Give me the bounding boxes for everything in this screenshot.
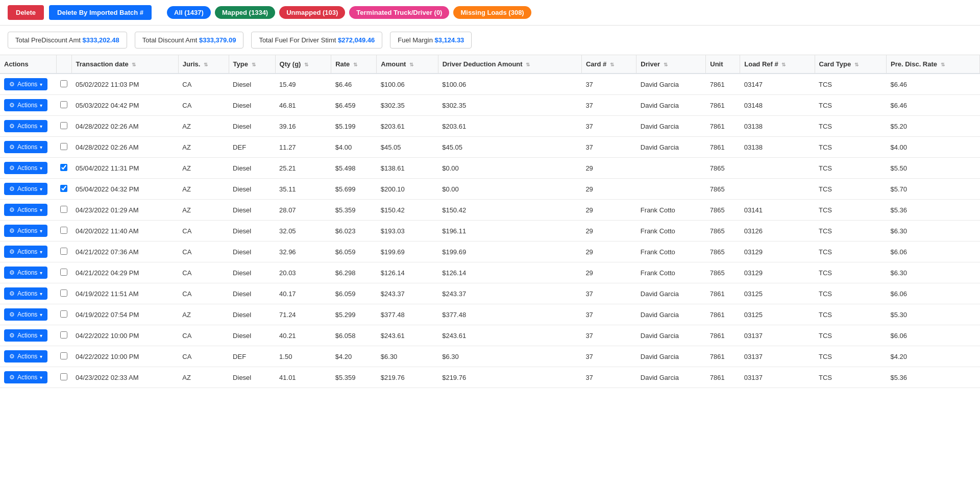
filter-pill-missing[interactable]: Missing Loads (308) [453, 6, 531, 19]
cell-card_type: TCS [815, 367, 886, 388]
cell-pre_disc: $6.06 [886, 283, 979, 304]
row-checkbox[interactable] [60, 227, 67, 234]
cell-unit: 7861 [706, 116, 740, 137]
delete-by-batch-button[interactable]: Delete By Imported Batch # [49, 5, 152, 20]
chevron-down-icon: ▾ [40, 228, 42, 234]
chevron-down-icon: ▾ [40, 82, 42, 87]
cell-pre_disc: $4.20 [886, 346, 979, 367]
actions-cell: ⚙ Actions ▾ [0, 325, 56, 346]
cell-load_ref: 03138 [740, 116, 815, 137]
actions-button[interactable]: ⚙ Actions ▾ [4, 225, 47, 237]
cell-unit: 7861 [706, 137, 740, 158]
actions-button[interactable]: ⚙ Actions ▾ [4, 120, 47, 132]
actions-button[interactable]: ⚙ Actions ▾ [4, 99, 47, 111]
actions-button[interactable]: ⚙ Actions ▾ [4, 141, 47, 153]
delete-button[interactable]: Delete [8, 5, 44, 20]
col-header-rate[interactable]: Rate ⇅ [331, 55, 377, 74]
cell-rate: $5.699 [331, 179, 377, 200]
col-header-driver_ded[interactable]: Driver Deduction Amount ⇅ [438, 55, 581, 74]
cell-driver: David Garcia [636, 95, 706, 116]
col-header-load_ref[interactable]: Load Ref # ⇅ [740, 55, 815, 74]
cell-rate: $6.023 [331, 221, 377, 242]
cell-driver_ded: $302.35 [438, 95, 581, 116]
row-checkbox[interactable] [60, 122, 67, 129]
row-checkbox[interactable] [60, 289, 67, 297]
actions-button[interactable]: ⚙ Actions ▾ [4, 204, 47, 216]
cell-card_type: TCS [815, 221, 886, 242]
cell-rate: $6.058 [331, 325, 377, 346]
cell-card: 29 [581, 242, 636, 262]
actions-cell: ⚙ Actions ▾ [0, 158, 56, 179]
actions-button[interactable]: ⚙ Actions ▾ [4, 162, 47, 174]
row-checkbox[interactable] [60, 164, 67, 171]
cell-date: 05/02/2022 11:03 PM [71, 74, 178, 95]
row-checkbox[interactable] [60, 269, 67, 276]
col-header-qty[interactable]: Qty (g) ⇅ [275, 55, 331, 74]
col-header-date[interactable]: Transaction date ⇅ [71, 55, 178, 74]
actions-button[interactable]: ⚙ Actions ▾ [4, 329, 47, 342]
filter-pill-mapped[interactable]: Mapped (1334) [215, 6, 275, 19]
cell-load_ref [740, 158, 815, 179]
cell-amount: $6.30 [377, 346, 438, 367]
actions-button[interactable]: ⚙ Actions ▾ [4, 246, 47, 258]
row-checkbox[interactable] [60, 101, 67, 108]
cell-card: 37 [581, 95, 636, 116]
actions-button[interactable]: ⚙ Actions ▾ [4, 371, 47, 383]
checkbox-cell [56, 262, 71, 283]
actions-button[interactable]: ⚙ Actions ▾ [4, 267, 47, 279]
cell-juris: AZ [178, 179, 229, 200]
gear-icon: ⚙ [9, 143, 15, 151]
cell-load_ref: 03138 [740, 137, 815, 158]
cell-type: DEF [229, 137, 275, 158]
col-header-card[interactable]: Card # ⇅ [581, 55, 636, 74]
cell-driver_ded: $0.00 [438, 158, 581, 179]
actions-button[interactable]: ⚙ Actions ▾ [4, 350, 47, 363]
col-header-driver[interactable]: Driver ⇅ [636, 55, 706, 74]
col-header-pre_disc[interactable]: Pre. Disc. Rate ⇅ [886, 55, 979, 74]
actions-button[interactable]: ⚙ Actions ▾ [4, 308, 47, 321]
cell-type: Diesel [229, 283, 275, 304]
gear-icon: ⚙ [9, 185, 15, 192]
cell-card: 29 [581, 200, 636, 221]
cell-card: 37 [581, 137, 636, 158]
cell-load_ref: 03125 [740, 304, 815, 325]
cell-load_ref: 03137 [740, 325, 815, 346]
cell-driver: David Garcia [636, 325, 706, 346]
col-header-amount[interactable]: Amount ⇅ [377, 55, 438, 74]
row-checkbox[interactable] [60, 80, 67, 87]
row-checkbox[interactable] [60, 331, 67, 339]
cell-load_ref: 03147 [740, 74, 815, 95]
cell-driver: David Garcia [636, 346, 706, 367]
row-checkbox[interactable] [60, 310, 67, 318]
row-checkbox[interactable] [60, 248, 67, 255]
filter-pill-unmapped[interactable]: Unmapped (103) [279, 6, 345, 19]
col-header-type[interactable]: Type ⇅ [229, 55, 275, 74]
col-header-card_type[interactable]: Card Type ⇅ [815, 55, 886, 74]
row-checkbox[interactable] [60, 352, 67, 359]
actions-button[interactable]: ⚙ Actions ▾ [4, 287, 47, 300]
cell-driver_ded: $100.06 [438, 74, 581, 95]
chevron-down-icon: ▾ [40, 375, 42, 380]
cell-date: 04/22/2022 10:00 PM [71, 325, 178, 346]
cell-card: 37 [581, 283, 636, 304]
row-checkbox[interactable] [60, 185, 67, 192]
cell-driver: Frank Cotto [636, 200, 706, 221]
cell-unit: 7861 [706, 95, 740, 116]
cell-qty: 1.50 [275, 346, 331, 367]
gear-icon: ⚙ [9, 374, 15, 381]
cell-card: 37 [581, 74, 636, 95]
row-checkbox[interactable] [60, 143, 67, 150]
cell-juris: AZ [178, 304, 229, 325]
col-header-juris[interactable]: Juris. ⇅ [178, 55, 229, 74]
row-checkbox[interactable] [60, 373, 67, 380]
actions-button[interactable]: ⚙ Actions ▾ [4, 78, 47, 90]
cell-unit: 7865 [706, 262, 740, 283]
filter-pill-all[interactable]: All (1437) [167, 6, 211, 19]
cell-amount: $138.61 [377, 158, 438, 179]
filter-pill-terminated[interactable]: Terminated Truck/Driver (0) [349, 6, 449, 19]
row-checkbox[interactable] [60, 206, 67, 213]
cell-amount: $100.06 [377, 74, 438, 95]
cell-load_ref: 03129 [740, 242, 815, 262]
cell-rate: $6.459 [331, 95, 377, 116]
actions-button[interactable]: ⚙ Actions ▾ [4, 183, 47, 195]
